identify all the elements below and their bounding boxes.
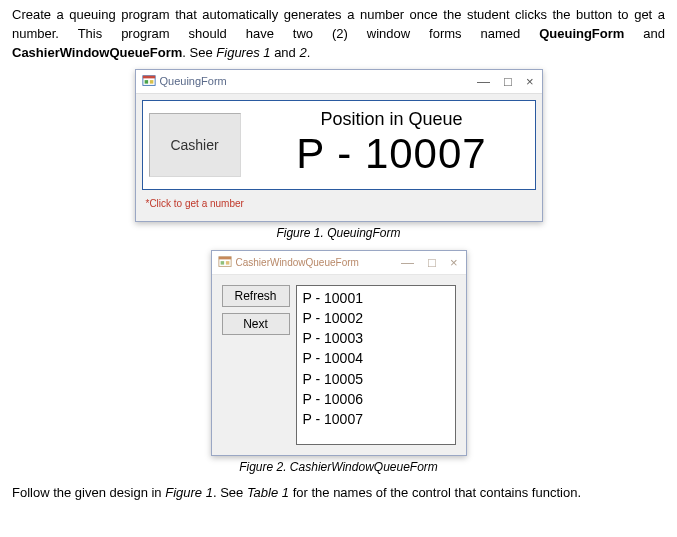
italic-table1: Table 1 (247, 485, 289, 500)
minimize-button[interactable]: — (475, 73, 492, 90)
window-title: QueuingForm (160, 75, 227, 87)
app-icon (142, 74, 156, 88)
refresh-button[interactable]: Refresh (222, 285, 290, 307)
figure-1-wrapper: QueuingForm — □ × Cashier Position in Qu… (12, 69, 665, 222)
queue-number-label: P - 10007 (296, 130, 486, 178)
figure-1-caption: Figure 1. QueuingForm (12, 226, 665, 240)
svg-rect-5 (218, 257, 230, 260)
content-panel: Cashier Position in Queue P - 10007 (142, 100, 536, 190)
maximize-button[interactable]: □ (426, 254, 438, 271)
figure-2-wrapper: CashierWindowQueueForm — □ × Refresh Nex… (12, 250, 665, 456)
svg-rect-3 (149, 80, 153, 84)
text: . See (182, 45, 216, 60)
text: . See (213, 485, 247, 500)
figure-2-caption: Figure 2. CashierWindowQueueForm (12, 460, 665, 474)
list-item: P - 10004 (303, 348, 449, 368)
window-controls: — □ × (475, 73, 535, 90)
cashierwindowqueueform-window: CashierWindowQueueForm — □ × Refresh Nex… (211, 250, 467, 456)
list-item: P - 10001 (303, 288, 449, 308)
minimize-button[interactable]: — (399, 254, 416, 271)
maximize-button[interactable]: □ (502, 73, 514, 90)
bold-cashierwindowqueueform: CashierWindowQueueForm (12, 45, 182, 60)
button-column: Refresh Next (222, 285, 290, 335)
caption-rest: . QueuingForm (320, 226, 400, 240)
italic-2: 2 (299, 45, 306, 60)
app-icon (218, 255, 232, 269)
italic-figure1: Figure 1 (165, 485, 213, 500)
caption-prefix: Figure 1 (276, 226, 320, 240)
svg-rect-7 (225, 261, 229, 265)
cashier-button[interactable]: Cashier (149, 113, 241, 177)
text: and (624, 26, 665, 41)
titlebar-left: CashierWindowQueueForm (218, 255, 359, 269)
text: Follow the given design in (12, 485, 165, 500)
text: for the names of the control that contai… (289, 485, 581, 500)
queue-display: Position in Queue P - 10007 (249, 101, 535, 189)
italic-figures1: Figures 1 (216, 45, 270, 60)
list-item: P - 10002 (303, 308, 449, 328)
list-item: P - 10003 (303, 328, 449, 348)
titlebar: CashierWindowQueueForm — □ × (212, 251, 466, 275)
caption-prefix: Figure 2 (239, 460, 283, 474)
hint-text: *Click to get a number (142, 190, 536, 215)
list-item: P - 10006 (303, 389, 449, 409)
queuingform-window: QueuingForm — □ × Cashier Position in Qu… (135, 69, 543, 222)
close-button[interactable]: × (524, 73, 536, 90)
svg-rect-1 (142, 76, 154, 79)
caption-rest: . CashierWindowQueueForm (283, 460, 438, 474)
client-area: Cashier Position in Queue P - 10007 *Cli… (136, 94, 542, 221)
text: and (271, 45, 300, 60)
follow-paragraph: Follow the given design in Figure 1. See… (12, 484, 665, 503)
titlebar: QueuingForm — □ × (136, 70, 542, 94)
titlebar-left: QueuingForm (142, 74, 227, 88)
text: . (307, 45, 311, 60)
client-area: Refresh Next P - 10001 P - 10002 P - 100… (212, 275, 466, 455)
svg-rect-2 (144, 80, 148, 84)
position-label: Position in Queue (320, 109, 462, 130)
window-title: CashierWindowQueueForm (236, 257, 359, 268)
list-item: P - 10005 (303, 369, 449, 389)
svg-rect-6 (220, 261, 224, 265)
next-button[interactable]: Next (222, 313, 290, 335)
intro-paragraph: Create a queuing program that automatica… (12, 6, 665, 63)
list-item: P - 10007 (303, 409, 449, 429)
close-button[interactable]: × (448, 254, 460, 271)
bold-queuingform: QueuingForm (539, 26, 624, 41)
queue-listbox[interactable]: P - 10001 P - 10002 P - 10003 P - 10004 … (296, 285, 456, 445)
window-controls: — □ × (399, 254, 459, 271)
